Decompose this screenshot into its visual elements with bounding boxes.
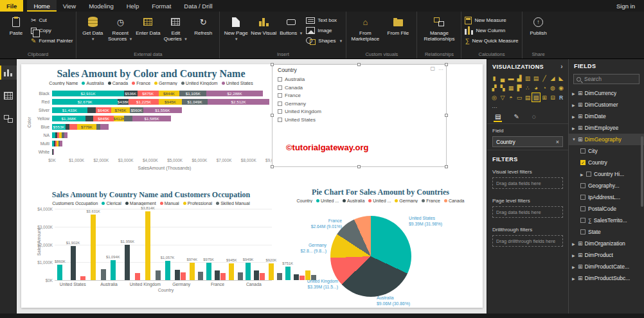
column-bar[interactable] (254, 270, 259, 280)
expand-chevron-icon[interactable]: ▶ (572, 242, 578, 246)
clustered-bar-chart-icon[interactable]: ▬ (507, 74, 515, 82)
field-item-city[interactable]: City (569, 145, 644, 157)
fields-scrollbar[interactable] (641, 136, 643, 207)
column-manual[interactable] (135, 268, 140, 280)
bar-segment-france[interactable]: $640K (96, 107, 111, 114)
column-bar[interactable] (125, 245, 130, 280)
table-item-dimproductcate[interactable]: ▶⊞DimProductCate... (569, 261, 644, 272)
field-checkbox[interactable] (580, 229, 586, 234)
column-clerical[interactable]: $949K (243, 258, 254, 280)
scatter-chart-icon[interactable]: ∴ (524, 84, 532, 92)
field-checkbox[interactable] (580, 195, 586, 200)
resize-handle[interactable] (357, 165, 361, 168)
analytics-tab[interactable]: ◌ (531, 112, 537, 122)
field-checkbox[interactable] (580, 206, 586, 211)
column-bar[interactable] (215, 270, 220, 280)
get-data-button[interactable]: Get Data ▼ (80, 13, 105, 42)
column-manual[interactable] (260, 268, 265, 280)
column-clerical[interactable]: $975K (203, 258, 214, 280)
resize-handle[interactable] (271, 63, 274, 66)
legend-item-skilled-manual[interactable]: Skilled Manual (216, 201, 250, 206)
column-manual[interactable] (220, 268, 226, 280)
legend-item-united[interactable]: United ... (368, 199, 391, 203)
slicer-item-germany[interactable]: Germany (278, 101, 321, 107)
collapse-panel-chevron-icon[interactable]: › (560, 63, 563, 70)
column-professional[interactable]: $974K (186, 258, 197, 280)
resize-handle[interactable] (445, 165, 448, 168)
new-quick-measure-button[interactable]: ∑New Quick Measure (465, 37, 518, 45)
bar-segment-australia[interactable]: $1,433K (52, 107, 87, 114)
bar-segment-germany[interactable]: $745K (111, 107, 129, 114)
line-stacked-column-chart-icon[interactable]: ▞ (490, 84, 498, 92)
focus-mode-icon[interactable]: ▢ (430, 66, 435, 71)
matrix-icon[interactable]: ⊟ (549, 93, 557, 102)
legend-item-professional[interactable]: Professional (183, 201, 213, 206)
column-management[interactable]: $1,956K (121, 240, 135, 280)
bar-segment-france[interactable]: $875K (138, 91, 159, 97)
column-group-germany[interactable]: $975K$945K (203, 209, 243, 280)
buttons-button[interactable]: Buttons ▼ (278, 13, 304, 36)
stacked-bar-chart-visual[interactable]: Sales Amount by Color and Country Name C… (25, 67, 277, 189)
column-skilled-manual[interactable] (198, 267, 203, 280)
legend-item-manual[interactable]: Manual (160, 201, 179, 206)
bar-segment-united-kingdom[interactable] (124, 116, 132, 122)
100-stacked-bar-chart-icon[interactable]: ▥ (524, 74, 532, 82)
legend-item-france[interactable]: France (422, 199, 440, 203)
bar-segment-united-kingdom[interactable]: $1,105K (179, 91, 206, 97)
bar-segment-united-states[interactable]: $1,556K (143, 107, 181, 114)
model-view-button[interactable] (0, 112, 17, 126)
line-chart-icon[interactable]: ╱ (541, 74, 548, 82)
remove-field-icon[interactable]: × (556, 139, 559, 145)
bar-segment-germany[interactable]: $412K (114, 116, 124, 122)
publish-button[interactable]: ↑ Publish (526, 13, 551, 36)
legend-item-management[interactable]: Management (125, 201, 156, 206)
clustered-column-chart-icon[interactable]: ▟ (515, 74, 523, 82)
slicer-item-united-kingdom[interactable]: United Kingdom (278, 109, 321, 114)
legend-item-france[interactable]: France (132, 81, 150, 85)
expand-chevron-icon[interactable]: ▶ (572, 276, 578, 281)
column-bar[interactable] (145, 211, 150, 280)
bar-segment-canada[interactable]: $438K (118, 99, 129, 105)
tab-help[interactable]: Help (120, 0, 146, 12)
stacked-bar[interactable] (52, 149, 273, 155)
new-column-button[interactable]: New Column (465, 26, 518, 35)
slicer-item-france[interactable]: France (278, 93, 321, 98)
copy-button[interactable]: Copy (31, 26, 73, 35)
column-skilled-manual[interactable] (101, 264, 106, 280)
column-group-united-states[interactable]: $860K$1,902K$3,631K (55, 209, 106, 280)
table-item-dimproductsubc[interactable]: ▶⊞DimProductSubc... (569, 272, 644, 284)
column-professional[interactable]: $945K (226, 258, 237, 280)
image-button[interactable]: Image (306, 26, 343, 35)
paste-button[interactable]: Paste (3, 13, 29, 36)
column-professional[interactable]: $920K (265, 258, 276, 280)
stacked-bar[interactable]: $1,433K$640K$745K$560K$1,556K (52, 107, 273, 114)
column-clerical[interactable]: $860K (55, 260, 66, 280)
expand-chevron-icon[interactable]: ▶ (572, 126, 578, 130)
expand-chevron-icon[interactable]: ▶ (572, 91, 578, 96)
field-checkbox[interactable] (580, 148, 586, 154)
waterfall-chart-icon[interactable]: ▛ (515, 84, 523, 92)
column-management[interactable] (215, 265, 220, 280)
column-bar[interactable] (260, 273, 265, 280)
edit-queries-button[interactable]: Edit Queries ▼ (163, 13, 188, 42)
page-filters-drop-area[interactable]: Drag data fields here (492, 206, 563, 218)
bar-segment-australia[interactable]: $1,368K (52, 116, 85, 122)
column-bar[interactable] (135, 273, 140, 280)
expand-chevron-icon[interactable]: ▶ (572, 265, 578, 269)
legend-item-canada[interactable]: Canada (108, 81, 129, 85)
column-bar[interactable] (269, 263, 274, 280)
bar-segment-france[interactable] (69, 124, 77, 130)
bar-segment-germany[interactable]: $779K (77, 124, 96, 130)
bar-segment-france[interactable]: $845K (93, 116, 114, 122)
column-professional[interactable]: $3,631K (86, 209, 100, 280)
bar-segment-united-states[interactable] (60, 141, 62, 147)
table-item-dimproduct[interactable]: ▶⊞DimProduct (569, 249, 644, 261)
column-bar[interactable] (165, 261, 170, 280)
bar-segment-united-states[interactable] (64, 132, 68, 139)
expand-chevron-icon[interactable]: ▼ (572, 137, 578, 141)
enter-data-button[interactable]: Enter Data (135, 13, 161, 36)
field-checkbox[interactable] (586, 172, 591, 177)
column-bar[interactable] (246, 263, 251, 280)
expand-chevron-icon[interactable]: ▶ (580, 172, 586, 177)
bar-segment-australia[interactable]: $2,679K (52, 99, 118, 105)
